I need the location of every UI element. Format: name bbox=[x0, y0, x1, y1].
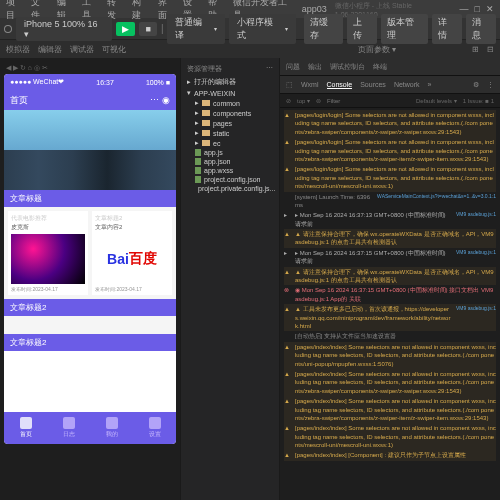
inspect-icon[interactable]: ⬚ bbox=[286, 81, 293, 89]
compile-button[interactable]: ▶ bbox=[116, 22, 135, 36]
warn-icon: ▲ bbox=[284, 230, 292, 247]
toolbar: iPhone 5 100% 16 ▾ ▶ ■ | 普通编译▾ 小程序模式▾ 清缓… bbox=[0, 18, 500, 40]
folder-components[interactable]: ▸ components bbox=[185, 108, 275, 118]
layout-icon-2[interactable]: ⊟ bbox=[487, 45, 494, 54]
cut-icon[interactable]: ✂ bbox=[42, 64, 48, 71]
console-log-info[interactable]: [自动热启] 支持从文件应当加速设置器 bbox=[284, 331, 496, 341]
console-log-warn[interactable]: ▲▲ 请注意保持合理下，确保 wx.operateWXData 是否正确域名，A… bbox=[284, 229, 496, 248]
console-log-warn[interactable]: ▲▲ 请注意保持合理下，确保 wx.operateWXData 是否正确域名，A… bbox=[284, 267, 496, 286]
tab-debugger[interactable]: 调试器 bbox=[70, 44, 94, 55]
context-select[interactable]: top ▾ bbox=[297, 97, 310, 104]
stop-button[interactable]: ■ bbox=[139, 22, 156, 36]
log-message: [自动热启] 支持从文件应当加速设置器 bbox=[295, 332, 496, 340]
log-source[interactable]: VM9 asdebug.js:1 bbox=[456, 211, 496, 228]
tab-network[interactable]: Network bbox=[394, 81, 420, 88]
open-editors[interactable]: ▸ 打开的编辑器 bbox=[185, 76, 275, 88]
console-log-warn[interactable]: ▲[pages/index/index] Some selectors are … bbox=[284, 342, 496, 369]
file-appjs[interactable]: app.js bbox=[185, 148, 275, 157]
notice-button[interactable]: 消息 bbox=[466, 14, 496, 44]
console-log-log[interactable]: ▸▸ Mon Sep 16 2024 16:37:15 GMT+0800 (中国… bbox=[284, 248, 496, 267]
card-2[interactable]: 文章标题2 文章内容2 Bai百度 发布时间:2023-04.17 bbox=[92, 211, 172, 295]
log-source[interactable]: VM9 asdebug.js:1 bbox=[456, 305, 496, 330]
folder-ec[interactable]: ▸ ec bbox=[185, 138, 275, 148]
close-icon[interactable]: ✕ bbox=[486, 4, 494, 14]
file-appwxss[interactable]: app.wxss bbox=[185, 166, 275, 175]
log-source[interactable]: VM9 asdebug.js:1 bbox=[456, 249, 496, 266]
compile-mode[interactable]: 普通编译▾ bbox=[167, 14, 225, 44]
avatar-icon[interactable] bbox=[4, 25, 12, 33]
folder-pages[interactable]: ▸ pages bbox=[185, 118, 275, 128]
tab-editor[interactable]: 编辑器 bbox=[38, 44, 62, 55]
device-select[interactable]: iPhone 5 100% 16 ▾ bbox=[16, 17, 112, 41]
hero-image[interactable] bbox=[4, 110, 176, 190]
tab-problems[interactable]: 问题 bbox=[286, 62, 300, 72]
more-tabs-icon[interactable]: » bbox=[428, 81, 432, 88]
card-subtitle: 文章内容2 bbox=[95, 223, 169, 232]
card-1[interactable]: 代表电影推荐 皮克斯 发布时间:2023-04.17 bbox=[8, 211, 88, 295]
page-params[interactable]: 页面参数 ▾ bbox=[358, 44, 396, 55]
capsule-close-icon[interactable]: ◉ bbox=[162, 95, 170, 105]
menu-build[interactable]: 构建 bbox=[132, 0, 149, 22]
dots-icon[interactable]: ⋮ bbox=[487, 81, 494, 89]
console-log-warn[interactable]: ▲[pages/index/index] Some selectors are … bbox=[284, 423, 496, 450]
console-log-warn[interactable]: ▲[pages/index/index] Some selectors are … bbox=[284, 396, 496, 423]
program-mode[interactable]: 小程序模式▾ bbox=[229, 14, 296, 44]
file-projectprivate[interactable]: project.private.config.js... bbox=[185, 184, 275, 193]
console-log-warn[interactable]: ▲[pages/login/login] Some selectors are … bbox=[284, 137, 496, 164]
log-source[interactable]: WAServiceMainContext.js?t=wechat&s=1..&v… bbox=[377, 193, 496, 210]
warn-icon: ▲ bbox=[284, 343, 292, 368]
file-appjson[interactable]: app.json bbox=[185, 157, 275, 166]
section-header-2: 文章标题2 bbox=[4, 299, 176, 316]
tab-home[interactable]: 首页 bbox=[4, 412, 47, 444]
details-button[interactable]: 详情 bbox=[432, 14, 462, 44]
tab-simulator[interactable]: 模拟器 bbox=[6, 44, 30, 55]
console-log-warn[interactable]: ▲▲ 工具未发布更多已启动，首次该通报，https://developer s.… bbox=[284, 304, 496, 331]
console-log-error[interactable]: ⊗◉ Mon Sep 16 2024 16:37:15 GMT+0800 (中国… bbox=[284, 285, 496, 304]
upload-button[interactable]: 上传 bbox=[347, 14, 377, 44]
tab-settings[interactable]: 设置 bbox=[133, 412, 176, 444]
levels-select[interactable]: Default levels ▾ bbox=[416, 97, 457, 104]
issues-badge[interactable]: 1 Issue: ■ 1 bbox=[463, 98, 494, 104]
tab-log[interactable]: 日志 bbox=[47, 412, 90, 444]
console-filter-bar: ⊘ top ▾ ⊚ Default levels ▾ 1 Issue: ■ 1 bbox=[280, 94, 500, 108]
back-icon[interactable]: ◀ bbox=[6, 64, 11, 71]
refresh-icon[interactable]: ↻ bbox=[20, 64, 26, 71]
tab-debug[interactable]: 调试控制台 bbox=[330, 62, 365, 72]
capsule-menu-icon[interactable]: ⋯ bbox=[150, 95, 159, 105]
tab-console[interactable]: Console bbox=[327, 81, 353, 89]
more-icon[interactable]: ⋯ bbox=[266, 64, 273, 74]
console-log-warn[interactable]: ▲[pages/login/login] Some selectors are … bbox=[284, 164, 496, 191]
eye-icon[interactable]: ⊚ bbox=[316, 97, 321, 104]
project-root[interactable]: ▾ APP-WEIXIN bbox=[185, 88, 275, 98]
minimize-icon[interactable]: — bbox=[460, 4, 469, 14]
maximize-icon[interactable]: □ bbox=[475, 4, 480, 14]
target-icon[interactable]: ◎ bbox=[34, 64, 40, 71]
log-icon: ▸ bbox=[284, 211, 292, 228]
console-log-warn[interactable]: ▲[pages/login/login] Some selectors are … bbox=[284, 110, 496, 137]
card-date: 发布时间:2023-04.17 bbox=[11, 286, 85, 292]
home-icon[interactable]: ⌂ bbox=[28, 64, 32, 71]
console-log-info[interactable]: [system] Launch Time: 6396 msWAServiceMa… bbox=[284, 192, 496, 211]
tab-me[interactable]: 我的 bbox=[90, 412, 133, 444]
gear-icon[interactable]: ⚙ bbox=[473, 81, 479, 89]
tab-sources[interactable]: Sources bbox=[360, 81, 386, 88]
console-log-warn[interactable]: ▲[pages/index/index] [Component] : 建议只作为… bbox=[284, 450, 496, 460]
clear-cache-button[interactable]: 清缓存 bbox=[304, 14, 343, 44]
gear-icon bbox=[149, 417, 161, 429]
file-projectconfig[interactable]: project.config.json bbox=[185, 175, 275, 184]
folder-static[interactable]: ▸ static bbox=[185, 128, 275, 138]
forward-icon[interactable]: ▶ bbox=[13, 64, 18, 71]
versions-button[interactable]: 版本管理 bbox=[381, 14, 429, 44]
console-output[interactable]: ▲[pages/login/login] Some selectors are … bbox=[280, 108, 500, 500]
folder-common[interactable]: ▸ common bbox=[185, 98, 275, 108]
log-message: [pages/index/index] Some selectors are n… bbox=[295, 343, 496, 368]
filter-input[interactable] bbox=[327, 98, 367, 104]
tab-output[interactable]: 输出 bbox=[308, 62, 322, 72]
tab-visual[interactable]: 可视化 bbox=[102, 44, 126, 55]
tab-terminal[interactable]: 终端 bbox=[373, 62, 387, 72]
clear-console-icon[interactable]: ⊘ bbox=[286, 97, 291, 104]
tab-wxml[interactable]: Wxml bbox=[301, 81, 319, 88]
console-log-log[interactable]: ▸▸ Mon Sep 16 2024 16:37:13 GMT+0800 (中国… bbox=[284, 210, 496, 229]
console-log-warn[interactable]: ▲[pages/index/index] Some selectors are … bbox=[284, 369, 496, 396]
layout-icon[interactable]: ⊞ bbox=[472, 45, 479, 54]
